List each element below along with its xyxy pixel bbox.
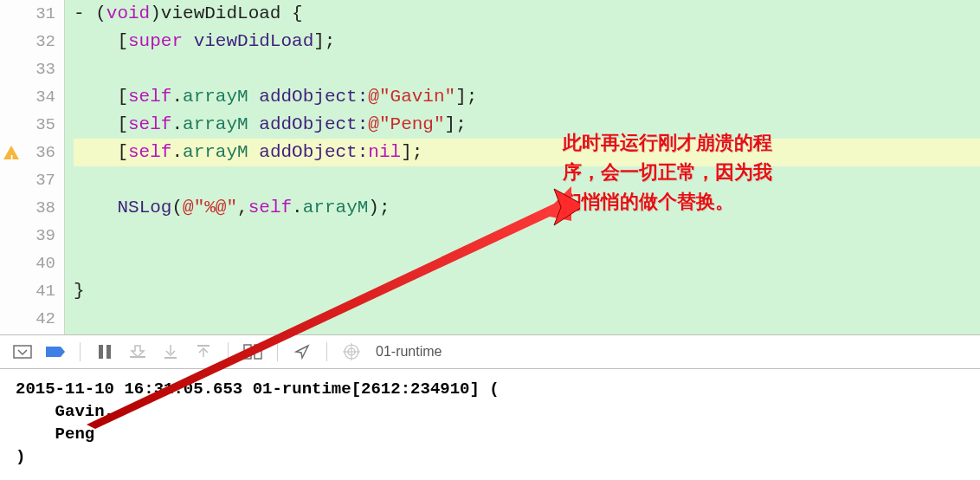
debug-view-button[interactable] [239,340,267,364]
svg-rect-2 [14,346,31,358]
code-line [74,166,980,194]
line-number: 40 [0,250,55,277]
svg-rect-7 [197,345,210,347]
code-line: NSLog(@"%@",self.arrayM); [74,194,980,222]
svg-rect-9 [255,345,261,359]
svg-rect-4 [106,345,111,359]
svg-rect-6 [164,357,177,359]
toolbar-separator [326,342,327,361]
line-number: 32 [0,28,55,55]
code-line-highlighted: [self.arrayM addObject:nil]; [74,139,980,166]
svg-rect-3 [99,345,103,359]
process-title[interactable]: 01-runtime [376,344,442,360]
step-over-button[interactable] [157,340,184,364]
code-line: [super viewDidLoad]; [74,28,980,55]
line-gutter: 31 32 33 34 35 36 37 38 39 40 41 42 [0,0,64,334]
line-number: 42 [0,305,55,333]
toolbar-separator [80,342,81,361]
code-line: [self.arrayM addObject:@"Gavin"]; [74,83,980,111]
code-area[interactable]: - (void)viewDidLoad { [super viewDidLoad… [64,0,980,334]
line-number: 33 [0,55,55,83]
toolbar-separator [228,342,229,361]
toolbar-separator [277,342,278,361]
svg-rect-8 [244,345,251,359]
line-number-warning[interactable]: 36 [0,139,55,166]
code-editor: 31 32 33 34 35 36 37 38 39 40 41 42 - (v… [0,0,980,334]
line-number: 41 [0,277,55,305]
line-number: 38 [0,194,55,222]
code-line [74,305,980,333]
code-line: - (void)viewDidLoad { [74,0,980,28]
line-number: 34 [0,83,55,111]
step-into-button[interactable] [190,340,217,364]
code-line [74,250,980,277]
annotation-text: 此时再运行刚才崩溃的程序，会一切正常，因为我们悄悄的做个替换。 [563,128,788,217]
continue-button[interactable] [124,340,152,364]
code-line: [self.arrayM addObject:@"Peng"]; [74,111,980,139]
breakpoint-toggle-button[interactable] [42,340,69,364]
debug-toolbar: 01-runtime [0,334,980,369]
line-number: 37 [0,166,55,194]
location-button[interactable] [288,340,316,364]
line-number: 39 [0,222,55,250]
console-toggle-button[interactable] [9,340,36,364]
pause-button[interactable] [91,340,119,364]
line-number: 35 [0,111,55,139]
console-output[interactable]: 2015-11-10 16:31:05.653 01-runtime[2612:… [0,369,980,480]
line-number: 31 [0,0,55,28]
process-icon[interactable] [338,340,365,364]
code-line [74,222,980,250]
code-line: } [74,277,980,305]
code-line [74,55,980,83]
